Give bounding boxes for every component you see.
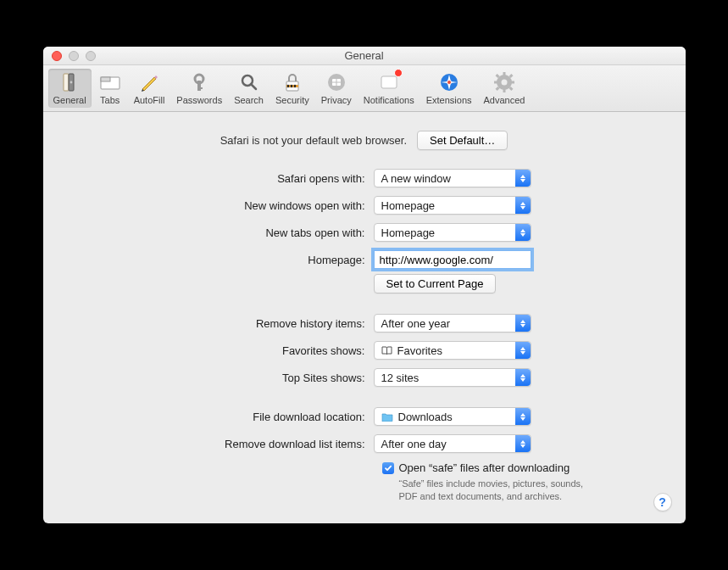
toolbar-label: Privacy xyxy=(321,95,352,105)
svg-point-28 xyxy=(502,80,508,86)
select-value: Favorites xyxy=(397,344,442,357)
select-value: A new window xyxy=(381,172,451,185)
select-new-tabs[interactable]: Homepage xyxy=(374,223,531,242)
svg-point-26 xyxy=(447,81,451,85)
open-safe-checkbox[interactable] xyxy=(382,462,394,474)
close-window-button[interactable] xyxy=(52,51,62,61)
open-safe-row: Open “safe” files after downloading xyxy=(382,461,660,474)
homepage-input[interactable] xyxy=(374,250,531,269)
label-opens-with: Safari opens with: xyxy=(69,172,374,185)
svg-rect-0 xyxy=(64,74,69,91)
toolbar-tab-autofill[interactable]: AutoFill xyxy=(129,69,170,108)
toolbar-tab-advanced[interactable]: Advanced xyxy=(479,69,531,108)
chevron-updown-icon xyxy=(515,315,531,332)
window-controls xyxy=(43,51,96,61)
svg-rect-29 xyxy=(503,72,506,75)
book-icon xyxy=(381,346,392,355)
toolbar-label: Tabs xyxy=(100,95,119,105)
folder-icon xyxy=(381,412,393,422)
label-favorites-shows: Favorites shows: xyxy=(69,344,374,357)
autofill-icon xyxy=(137,70,161,94)
help-button[interactable]: ? xyxy=(653,493,672,511)
toolbar-tab-notifications[interactable]: Notifications xyxy=(358,69,420,108)
select-new-windows[interactable]: Homepage xyxy=(374,196,531,215)
toolbar-tab-general[interactable]: General xyxy=(48,69,92,108)
toolbar-tab-security[interactable]: Security xyxy=(270,69,314,108)
chevron-updown-icon xyxy=(515,408,531,425)
toolbar-label: Notifications xyxy=(364,95,414,105)
svg-line-9 xyxy=(251,84,256,89)
toolbar-tab-passwords[interactable]: Passwords xyxy=(171,69,227,108)
select-value: After one year xyxy=(381,317,451,330)
chevron-updown-icon xyxy=(515,435,531,452)
toolbar-tab-extensions[interactable]: Extensions xyxy=(421,69,477,108)
window-title: General xyxy=(43,49,686,62)
label-download-location: File download location: xyxy=(69,411,374,423)
chevron-updown-icon xyxy=(515,170,531,187)
general-icon xyxy=(58,70,81,94)
preferences-window: General General Tabs AutoFill Passwords xyxy=(43,47,686,523)
select-opens-with[interactable]: A new window xyxy=(374,169,531,187)
open-safe-help: “Safe” files include movies, pictures, s… xyxy=(399,478,594,503)
search-icon xyxy=(237,70,261,94)
open-safe-label: Open “safe” files after downloading xyxy=(399,461,570,474)
security-icon xyxy=(281,70,304,94)
toolbar-label: AutoFill xyxy=(134,95,165,105)
passwords-icon xyxy=(187,70,211,94)
notifications-icon xyxy=(377,70,401,94)
toolbar-label: Advanced xyxy=(484,95,525,105)
label-remove-history: Remove history items: xyxy=(69,317,374,330)
select-value: 12 sites xyxy=(381,372,420,384)
select-value: After one day xyxy=(381,438,447,450)
toolbar-label: Security xyxy=(275,95,309,105)
select-value: Downloads xyxy=(398,411,453,423)
notification-badge-icon xyxy=(394,69,403,77)
toolbar-tab-tabs[interactable]: Tabs xyxy=(93,69,127,108)
toolbar-label: Passwords xyxy=(176,95,222,105)
svg-rect-7 xyxy=(197,87,203,89)
toolbar-label: General xyxy=(53,95,86,105)
svg-rect-4 xyxy=(101,77,110,81)
help-icon: ? xyxy=(659,495,666,509)
select-download-location[interactable]: Downloads xyxy=(374,407,531,426)
tabs-icon xyxy=(98,70,122,94)
svg-rect-30 xyxy=(503,89,506,92)
privacy-icon xyxy=(325,70,348,94)
select-value: Homepage xyxy=(381,199,436,212)
label-homepage: Homepage: xyxy=(69,254,374,266)
content-pane: Safari is not your default web browser. … xyxy=(43,112,686,523)
svg-point-2 xyxy=(70,81,73,84)
svg-rect-31 xyxy=(494,81,497,84)
default-browser-message: Safari is not your default web browser. xyxy=(220,134,407,147)
svg-rect-23 xyxy=(381,76,397,88)
select-favorites-shows[interactable]: Favorites xyxy=(374,341,531,360)
label-new-tabs: New tabs open with: xyxy=(69,226,374,239)
label-top-sites: Top Sites shows: xyxy=(69,372,374,384)
select-remove-downloads[interactable]: After one day xyxy=(374,434,531,453)
default-browser-banner: Safari is not your default web browser. … xyxy=(69,131,660,150)
svg-rect-6 xyxy=(197,81,201,91)
svg-rect-32 xyxy=(511,81,514,84)
titlebar: General xyxy=(43,47,686,65)
select-top-sites[interactable]: 12 sites xyxy=(374,368,531,387)
set-default-button[interactable]: Set Default… xyxy=(417,131,508,150)
preferences-toolbar: General Tabs AutoFill Passwords Search xyxy=(43,65,686,112)
chevron-updown-icon xyxy=(515,369,531,386)
extensions-icon xyxy=(437,70,461,94)
toolbar-label: Extensions xyxy=(426,95,472,105)
chevron-updown-icon xyxy=(515,342,531,359)
set-current-page-button[interactable]: Set to Current Page xyxy=(374,274,497,293)
select-remove-history[interactable]: After one year xyxy=(374,314,531,332)
advanced-icon xyxy=(492,70,516,94)
zoom-window-button[interactable] xyxy=(86,51,96,61)
minimize-window-button[interactable] xyxy=(69,51,79,61)
toolbar-tab-privacy[interactable]: Privacy xyxy=(316,69,357,108)
chevron-updown-icon xyxy=(515,197,531,214)
select-value: Homepage xyxy=(381,226,436,239)
toolbar-tab-search[interactable]: Search xyxy=(229,69,269,108)
label-new-windows: New windows open with: xyxy=(69,199,374,212)
toolbar-label: Search xyxy=(234,95,264,105)
label-remove-downloads: Remove download list items: xyxy=(69,438,374,450)
chevron-updown-icon xyxy=(515,224,531,241)
